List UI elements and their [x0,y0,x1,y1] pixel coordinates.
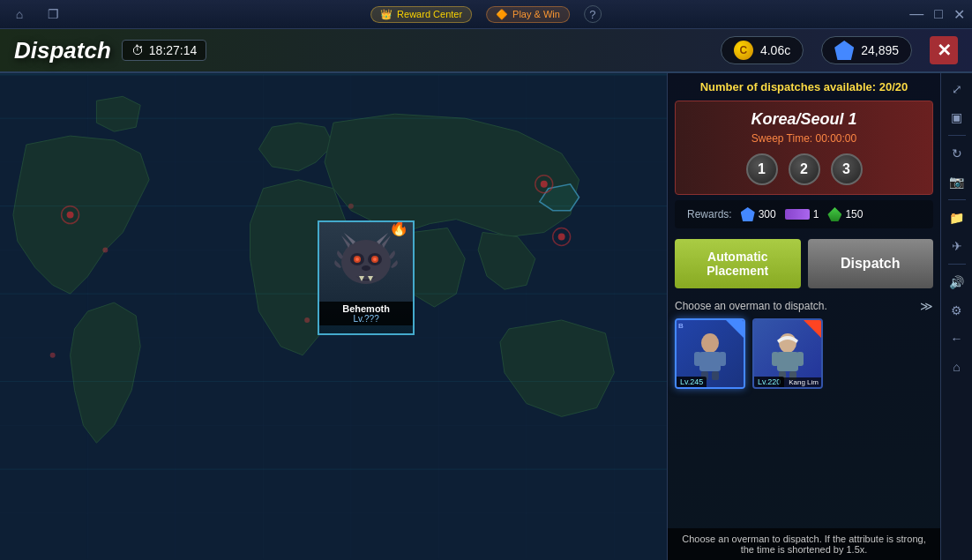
fire-badge-2 [804,320,821,338]
overman-cards: Lv.245 B [675,318,933,389]
titlebar-maximize-icon[interactable]: □ [934,6,943,22]
svg-point-27 [304,317,310,323]
reward-center-button[interactable]: 👑 Reward Center [370,6,472,23]
overman-section: Choose an overman to dispatch. ≫ [675,299,933,389]
reward-purple-value: 1 [813,208,819,220]
sweep-time-value: 00:00:00 [816,132,857,145]
overman-card-1-inner: Lv.245 B [677,320,744,387]
toolbar-divider-3 [948,264,966,265]
behemoth-card[interactable]: 🔥 [318,220,415,335]
overman-label: Choose an overman to dispatch. ≫ [675,299,933,313]
svg-rect-40 [719,352,726,366]
diamond-icon-1 [726,320,744,338]
svg-rect-39 [694,352,701,366]
dispatches-available: Number of dispatches available: 20/20 [668,73,940,101]
titlebar-left: ⌂ ❐ [7,2,65,26]
toolbar-refresh-icon[interactable]: ↻ [945,141,969,166]
play-win-icon: 🔶 [496,9,508,20]
titlebar-close-icon[interactable]: ✕ [953,6,965,23]
toolbar-volume-icon[interactable]: 🔊 [945,270,969,295]
toolbar-folder-icon[interactable]: 📁 [945,205,969,230]
svg-point-37 [701,333,719,353]
reward-gem-item: 300 [741,207,776,221]
coin-currency-badge: C 4.06c [721,36,804,64]
action-buttons: AutomaticPlacement Dispatch [675,239,933,288]
svg-point-35 [373,258,377,261]
toolbar-divider-1 [948,135,966,136]
side-toolbar: ⤢ ▣ ↻ 📷 📁 ✈ 🔊 ⚙ ← ⌂ [940,73,972,560]
svg-point-21 [541,181,548,188]
toolbar-screen-icon[interactable]: ▣ [945,105,969,130]
difficulty-2[interactable]: 2 [789,153,820,185]
overman-1-level: Lv.245 [677,377,707,387]
coin-value: 4.06c [760,43,790,57]
svg-point-26 [50,353,56,358]
gem-value: 24,895 [861,43,899,57]
difficulty-3[interactable]: 3 [831,153,863,185]
timer-icon: ⏱ [131,43,144,57]
reward-green-item: 150 [827,207,863,221]
reward-gem-icon [741,207,755,221]
close-button[interactable]: ✕ [930,36,958,64]
header-right: C 4.06c 24,895 ✕ [721,36,958,64]
svg-rect-42 [712,371,719,380]
overman-2-name: Kang Lim [779,377,821,387]
titlebar-minimize-icon[interactable]: — [909,6,923,22]
restore-icon[interactable]: ❐ [41,2,65,26]
reward-green-value: 150 [845,208,863,220]
header-left: Dispatch ⏱ 18:27:14 [14,37,206,64]
svg-point-25 [102,247,108,252]
gem-icon [834,41,854,60]
dispatch-button[interactable]: Dispatch [808,239,934,288]
toolbar-back-icon[interactable]: ← [945,326,969,351]
overman-card-2-inner: Lv.220 Kang Lim [754,320,821,387]
svg-rect-46 [796,352,804,366]
play-win-button[interactable]: 🔶 Play & Win [486,6,570,23]
reward-gem-value: 300 [759,208,776,220]
reward-icon: 👑 [380,9,393,20]
reward-purple-icon [785,209,810,220]
overman-card-2[interactable]: Lv.220 Kang Lim [752,318,823,389]
right-panel: Number of dispatches available: 20/20 Ko… [667,73,940,560]
toolbar-home-icon[interactable]: ⌂ [945,355,969,379]
titlebar-center: 👑 Reward Center 🔶 Play & Win ? [370,5,602,23]
svg-point-28 [348,204,354,209]
overman-card-1[interactable]: Lv.245 B [675,318,745,389]
gem-currency-badge: 24,895 [821,36,912,64]
timer-badge: ⏱ 18:27:14 [122,40,207,61]
fire-icon: 🔥 [389,220,408,237]
svg-point-19 [67,212,74,219]
help-icon[interactable]: ? [584,5,602,23]
titlebar-right: — □ ✕ [909,6,965,23]
home-icon[interactable]: ⌂ [7,2,32,26]
map-area: 🔥 [0,73,667,560]
svg-rect-45 [772,352,779,366]
behemoth-label: Behemoth Lv.??? [319,302,413,325]
toolbar-expand-icon[interactable]: ⤢ [945,77,969,101]
overman-label-text: Choose an overman to dispatch. [675,300,827,312]
sweep-time-label: Sweep Time: [751,132,812,145]
location-name: Korea/Seoul 1 [688,110,920,129]
coin-icon: C [734,41,753,60]
svg-rect-44 [777,352,798,371]
toolbar-divider-2 [948,199,966,200]
main-content: 🔥 [0,73,972,560]
behemoth-level: Lv.??? [319,314,413,324]
play-win-label: Play & Win [512,9,560,19]
rewards-row: Rewards: 300 1 150 [675,200,933,228]
title-bar: ⌂ ❐ 👑 Reward Center 🔶 Play & Win ? — □ ✕ [0,0,972,29]
page-title: Dispatch [14,37,111,64]
toolbar-plane-icon[interactable]: ✈ [945,234,969,258]
toolbar-settings-icon[interactable]: ⚙ [945,298,969,323]
toolbar-camera-icon[interactable]: 📷 [945,169,969,194]
rewards-label: Rewards: [687,208,732,220]
header-bar: Dispatch ⏱ 18:27:14 C 4.06c 24,895 ✕ [0,29,972,73]
reward-green-icon [827,207,841,221]
timer-value: 18:27:14 [149,43,198,57]
svg-point-23 [558,234,565,241]
difficulty-1[interactable]: 1 [746,153,778,185]
auto-placement-button[interactable]: AutomaticPlacement [675,239,801,288]
difficulty-circles: 1 2 3 [688,153,920,185]
overman-expand-icon[interactable]: ≫ [920,299,933,313]
reward-center-label: Reward Center [397,9,462,19]
